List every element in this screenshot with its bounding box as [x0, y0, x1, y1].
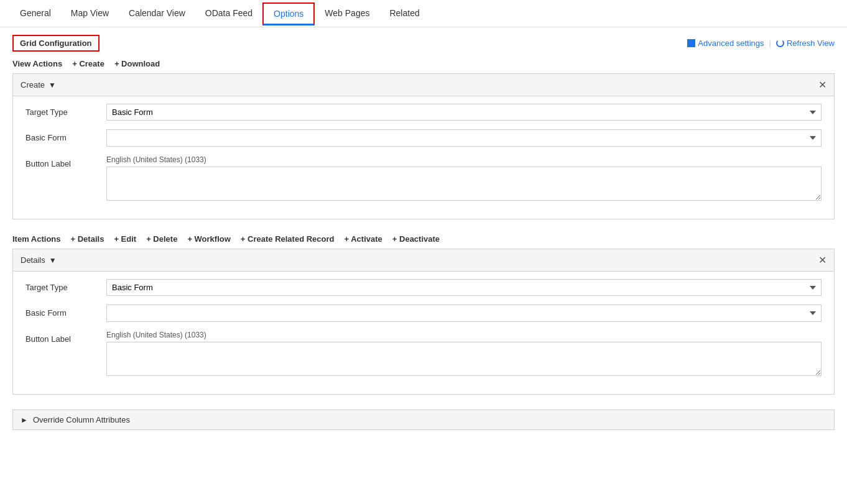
create-basic-form-select[interactable] — [106, 129, 822, 147]
details-target-type-label: Target Type — [25, 279, 106, 292]
override-column-label: Override Column Attributes — [33, 415, 130, 424]
details-panel-header: Details ▼ ✕ — [13, 249, 834, 272]
details-panel: Details ▼ ✕ Target Type Basic Form Basic… — [12, 249, 835, 395]
create-target-type-control: Basic Form — [106, 104, 822, 121]
details-panel-header-left: Details ▼ — [21, 255, 57, 265]
create-panel-body: Target Type Basic Form Basic Form Button… — [13, 96, 834, 219]
details-button-label-label: Button Label — [25, 331, 106, 344]
item-actions-header: Item Actions + Details + Edit + Delete +… — [12, 234, 835, 244]
details-panel-title: Details — [21, 255, 45, 265]
create-button-label-row: Button Label English (United States) (10… — [25, 155, 822, 203]
add-activate-button[interactable]: + Activate — [345, 234, 382, 244]
create-button-label-textarea[interactable] — [106, 167, 822, 201]
create-basic-form-label: Basic Form — [25, 129, 106, 142]
add-delete-button[interactable]: + Delete — [146, 234, 177, 244]
details-target-type-row: Target Type Basic Form — [25, 279, 822, 296]
add-deactivate-button[interactable]: + Deactivate — [392, 234, 440, 244]
details-target-type-select[interactable]: Basic Form — [106, 279, 822, 296]
tab-map-view[interactable]: Map View — [61, 1, 119, 27]
details-panel-chevron[interactable]: ▼ — [49, 256, 57, 265]
create-basic-form-control — [106, 129, 822, 147]
grid-config-header: Grid Configuration Advanced settings | R… — [12, 35, 835, 52]
create-panel-title: Create — [21, 80, 45, 89]
refresh-view-link[interactable]: Refresh View — [776, 39, 835, 48]
details-basic-form-control — [106, 305, 822, 322]
details-button-label-row: Button Label English (United States) (10… — [25, 331, 822, 378]
add-details-button[interactable]: + Details — [71, 234, 104, 244]
header-actions: Advanced settings | Refresh View — [687, 39, 835, 48]
add-download-button[interactable]: + Download — [114, 59, 160, 68]
create-target-type-select[interactable]: Basic Form — [106, 104, 822, 121]
create-button-label-control: English (United States) (1033) — [106, 155, 822, 203]
add-create-button[interactable]: + Create — [72, 59, 104, 68]
create-button-label-label: Button Label — [25, 155, 106, 168]
settings-icon — [687, 39, 695, 47]
add-create-related-button[interactable]: + Create Related Record — [241, 234, 335, 244]
create-basic-form-row: Basic Form — [25, 129, 822, 147]
details-panel-close[interactable]: ✕ — [818, 254, 826, 266]
details-target-type-control: Basic Form — [106, 279, 822, 296]
details-button-label-control: English (United States) (1033) — [106, 331, 822, 378]
details-button-label-textarea[interactable] — [106, 342, 822, 376]
tab-web-pages[interactable]: Web Pages — [315, 1, 379, 27]
details-basic-form-label: Basic Form — [25, 305, 106, 318]
main-content: Grid Configuration Advanced settings | R… — [0, 27, 847, 438]
top-navigation: General Map View Calendar View OData Fee… — [0, 0, 847, 27]
details-basic-form-select[interactable] — [106, 305, 822, 322]
tab-related[interactable]: Related — [379, 1, 429, 27]
details-locale-label: English (United States) (1033) — [106, 331, 822, 339]
create-panel-close[interactable]: ✕ — [818, 79, 826, 91]
view-actions-label: View Actions — [12, 59, 62, 68]
tab-calendar-view[interactable]: Calendar View — [119, 1, 195, 27]
tab-odata-feed[interactable]: OData Feed — [195, 1, 262, 27]
divider: | — [769, 39, 771, 48]
create-target-type-label: Target Type — [25, 104, 106, 117]
tab-options[interactable]: Options — [262, 2, 315, 25]
create-panel-header-left: Create ▼ — [21, 80, 56, 89]
details-basic-form-row: Basic Form — [25, 305, 822, 322]
create-target-type-row: Target Type Basic Form — [25, 104, 822, 121]
item-actions-section: Item Actions + Details + Edit + Delete +… — [12, 234, 835, 395]
advanced-settings-link[interactable]: Advanced settings — [687, 39, 764, 48]
add-workflow-button[interactable]: + Workflow — [187, 234, 230, 244]
grid-config-title: Grid Configuration — [12, 35, 100, 52]
add-edit-button[interactable]: + Edit — [114, 234, 136, 244]
view-actions-header: View Actions + Create + Download — [12, 59, 835, 68]
item-actions-label: Item Actions — [12, 234, 61, 244]
override-arrow-icon: ► — [21, 416, 28, 424]
refresh-icon — [776, 39, 784, 47]
tab-general[interactable]: General — [10, 1, 61, 27]
create-locale-label: English (United States) (1033) — [106, 155, 822, 164]
details-panel-body: Target Type Basic Form Basic Form Button… — [13, 272, 834, 394]
view-actions-section: View Actions + Create + Download Create … — [12, 59, 835, 219]
create-panel-chevron[interactable]: ▼ — [49, 81, 56, 89]
override-column-panel[interactable]: ► Override Column Attributes — [12, 410, 835, 430]
create-panel-header: Create ▼ ✕ — [13, 74, 834, 96]
create-panel: Create ▼ ✕ Target Type Basic Form Basic … — [12, 73, 835, 219]
